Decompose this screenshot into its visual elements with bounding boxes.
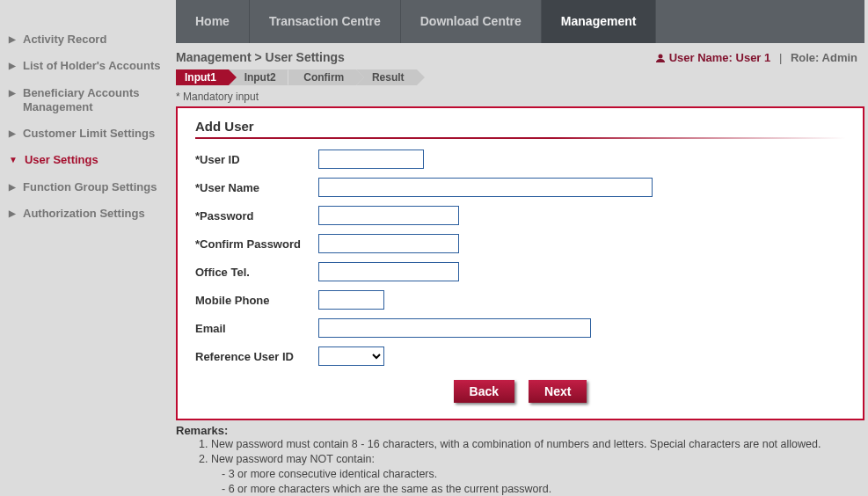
label-mobile-phone: Mobile Phone bbox=[195, 294, 318, 307]
confirm-password-input[interactable] bbox=[318, 234, 459, 253]
chevron-down-icon: ▼ bbox=[9, 155, 18, 166]
sidebar-item-label: Customer Limit Settings bbox=[23, 127, 155, 141]
email-input[interactable] bbox=[318, 318, 591, 338]
mandatory-note: * Mandatory input bbox=[176, 89, 864, 106]
row-confirm-password: *Confirm Password bbox=[195, 234, 845, 253]
breadcrumb-parent: Management bbox=[176, 50, 252, 64]
remarks-item-2: New password may NOT contain: - 3 or mor… bbox=[211, 452, 864, 496]
main: Home Transaction Centre Download Centre … bbox=[176, 0, 868, 496]
card-title: Add User bbox=[195, 119, 845, 139]
chevron-right-icon: ▶ bbox=[9, 208, 16, 220]
row-password: *Password bbox=[195, 206, 845, 225]
office-tel-input[interactable] bbox=[318, 262, 459, 281]
userbox: User Name: User 1 | Role: Admin bbox=[655, 51, 857, 64]
label-email: Email bbox=[195, 322, 318, 335]
sidebar-item-label: Activity Record bbox=[23, 33, 106, 47]
row-reference-user-id: Reference User ID bbox=[195, 346, 845, 366]
row-email: Email bbox=[195, 318, 845, 338]
button-row: Back Next bbox=[195, 375, 845, 403]
row-mobile-phone: Mobile Phone bbox=[195, 290, 845, 310]
breadcrumb-child: User Settings bbox=[266, 50, 345, 64]
tab-label: Download Centre bbox=[420, 14, 522, 29]
username-value: User 1 bbox=[736, 51, 771, 64]
tab-home[interactable]: Home bbox=[176, 0, 250, 43]
role-value: Admin bbox=[822, 51, 857, 64]
sidebar-item-function-group[interactable]: ▶ Function Group Settings bbox=[9, 174, 176, 201]
tab-management[interactable]: Management bbox=[542, 0, 657, 43]
sidebar-item-label: List of Holder's Accounts bbox=[23, 59, 160, 73]
tab-transaction-centre[interactable]: Transaction Centre bbox=[250, 0, 401, 43]
tab-download-centre[interactable]: Download Centre bbox=[401, 0, 542, 43]
sidebar-item-label: Beneficiary Accounts Management bbox=[23, 86, 176, 115]
sidebar-item-user-settings[interactable]: ▼ User Settings bbox=[9, 147, 176, 173]
chevron-right-icon: ▶ bbox=[9, 61, 16, 72]
sidebar-item-label: Function Group Settings bbox=[23, 180, 157, 194]
step-result: Result bbox=[356, 69, 417, 85]
label-user-id: *User ID bbox=[195, 153, 318, 166]
breadcrumb-sep: > bbox=[252, 50, 266, 64]
row-office-tel: Office Tel. bbox=[195, 262, 845, 281]
username-label: User Name: bbox=[669, 51, 733, 64]
chevron-right-icon: ▶ bbox=[9, 182, 16, 193]
step-input1: Input1 bbox=[176, 69, 229, 85]
label-reference-user-id: Reference User ID bbox=[195, 350, 318, 363]
remarks-sub-2: - 6 or more characters which are the sam… bbox=[211, 482, 864, 496]
next-button[interactable]: Next bbox=[529, 380, 587, 403]
chevron-right-icon: ▶ bbox=[9, 88, 16, 99]
add-user-card: Add User *User ID *User Name *Password *… bbox=[176, 106, 864, 420]
step-input2: Input2 bbox=[229, 69, 288, 85]
svg-point-0 bbox=[658, 54, 662, 58]
step-confirm: Confirm bbox=[288, 69, 356, 85]
chevron-right-icon: ▶ bbox=[9, 34, 16, 46]
remarks-title: Remarks: bbox=[176, 424, 864, 437]
user-icon bbox=[655, 53, 666, 63]
sidebar-item-activity-record[interactable]: ▶ Activity Record bbox=[9, 26, 176, 53]
mobile-phone-input[interactable] bbox=[318, 290, 384, 310]
tab-label: Transaction Centre bbox=[269, 14, 381, 29]
label-user-name: *User Name bbox=[195, 181, 318, 194]
sidebar-item-label: Authorization Settings bbox=[23, 207, 145, 221]
chevron-right-icon: ▶ bbox=[9, 128, 16, 140]
back-button[interactable]: Back bbox=[454, 380, 514, 403]
remarks-item-1: New password must contain 8 - 16 charact… bbox=[211, 437, 864, 452]
reference-user-id-select[interactable] bbox=[318, 346, 384, 366]
userbox-sep: | bbox=[779, 51, 782, 64]
role-label: Role: bbox=[791, 51, 820, 64]
remarks-item-2-text: New password may NOT contain: bbox=[211, 453, 375, 465]
sidebar-item-label: User Settings bbox=[25, 153, 98, 167]
sidebar-item-customer-limit[interactable]: ▶ Customer Limit Settings bbox=[9, 120, 176, 147]
step-indicator: Input1 Input2 Confirm Result bbox=[176, 68, 864, 89]
user-name-input[interactable] bbox=[318, 178, 653, 197]
header-line: Management > User Settings User Name: Us… bbox=[176, 43, 864, 68]
sidebar-item-authorization-settings[interactable]: ▶ Authorization Settings bbox=[9, 201, 176, 227]
remarks: Remarks: New password must contain 8 - 1… bbox=[176, 420, 864, 496]
user-id-input[interactable] bbox=[318, 150, 424, 169]
sidebar-item-holders-accounts[interactable]: ▶ List of Holder's Accounts bbox=[9, 53, 176, 79]
label-office-tel: Office Tel. bbox=[195, 266, 318, 279]
password-input[interactable] bbox=[318, 206, 459, 225]
topnav: Home Transaction Centre Download Centre … bbox=[176, 0, 864, 43]
sidebar: ▶ Activity Record ▶ List of Holder's Acc… bbox=[0, 0, 176, 496]
breadcrumb: Management > User Settings bbox=[176, 50, 345, 64]
remarks-sub-1: - 3 or more consecutive identical charac… bbox=[211, 467, 864, 482]
label-confirm-password: *Confirm Password bbox=[195, 237, 318, 251]
row-user-name: *User Name bbox=[195, 178, 845, 197]
label-password: *Password bbox=[195, 209, 318, 222]
row-user-id: *User ID bbox=[195, 150, 845, 169]
sidebar-item-beneficiary-accounts[interactable]: ▶ Beneficiary Accounts Management bbox=[9, 80, 176, 121]
